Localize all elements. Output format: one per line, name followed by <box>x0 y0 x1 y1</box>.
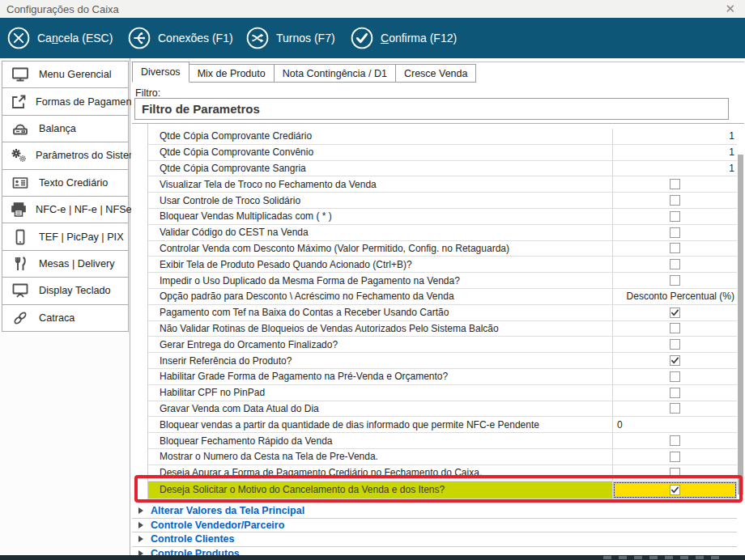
checkbox-unchecked[interactable] <box>670 339 680 350</box>
checkbox-unchecked[interactable] <box>670 275 680 286</box>
toolbar-button-cancela[interactable]: Cancela (ESC) <box>6 18 113 58</box>
parameter-row[interactable]: Deseja Apurar a Forma de Pagamento Credi… <box>148 465 737 482</box>
parameter-row[interactable]: Não Validar Rotinas de Bloqueios de Vend… <box>148 321 737 337</box>
parameter-row[interactable]: Gravar Venda com Data Atual do Dia <box>148 401 737 418</box>
parameter-label: Qtde Cópia Comprovante Convênio <box>148 145 613 160</box>
checkbox-unchecked[interactable] <box>670 468 680 478</box>
tab-nota-conting-ncia-d1[interactable]: Nota Contingência / D1 <box>274 64 396 83</box>
parameter-row[interactable]: Validar Código do CEST na Venda <box>148 225 737 241</box>
parameter-row[interactable]: Exibir Tela de Produto Pesado Quando Aci… <box>148 257 737 273</box>
parameter-value-cell[interactable]: 0 <box>613 417 737 432</box>
parameter-row[interactable]: Mostrar o Numero da Cesta na Tela de Pre… <box>148 449 737 465</box>
parameter-row[interactable]: Visualizar Tela de Troco no Fechamento d… <box>148 176 737 193</box>
parameter-value-cell <box>613 273 737 288</box>
group-row-alterar-valores-da-tela-principal[interactable]: Alterar Valores da Tela Principal <box>132 504 737 519</box>
parameter-value-cell[interactable]: Desconto Percentual (%) <box>613 289 737 304</box>
parameter-row[interactable]: Bloquear Fechamento Rápido da Venda <box>148 433 737 449</box>
checkbox-checked[interactable] <box>670 485 680 495</box>
group-row-controle-clientes[interactable]: Controle Clientes <box>132 532 737 547</box>
parameter-row[interactable]: Qtde Cópia Comprovante Crediário1 <box>148 129 737 145</box>
tab-cresce-venda[interactable]: Cresce Venda <box>395 64 477 83</box>
checkbox-unchecked[interactable] <box>670 388 680 398</box>
parameter-value-cell <box>613 241 737 257</box>
parameter-row[interactable]: Bloquear vendas a partir da quantidade d… <box>148 417 737 433</box>
group-row-controle-vendedor-parceiro[interactable]: Controle Vendedor/Parceiro <box>132 519 737 533</box>
link-icon <box>8 308 32 329</box>
parameter-row[interactable]: Bloquear Vendas Multiplicadas com ( * ) <box>148 209 737 225</box>
parameter-row[interactable]: Opção padrão para Desconto \ Acréscimo n… <box>148 289 737 305</box>
toolbar-button-label: Conexões (F1) <box>158 32 233 45</box>
checkbox-checked[interactable] <box>670 308 680 318</box>
parameters-grid: Qtde Cópia Comprovante Crediário1Qtde Có… <box>132 123 744 555</box>
sidebar-item-texto-credi-rio[interactable]: Texto Crediário <box>2 169 129 197</box>
expander-arrow-icon <box>138 536 143 542</box>
parameter-value-cell[interactable]: 1 <box>613 161 737 176</box>
checkbox-unchecked[interactable] <box>670 452 680 462</box>
checkbox-unchecked[interactable] <box>670 179 680 189</box>
checkbox-unchecked[interactable] <box>670 227 680 238</box>
tab-mix-de-produto[interactable]: Mix de Produto <box>189 64 275 83</box>
checkbox-unchecked[interactable] <box>670 195 680 206</box>
confirm-icon <box>350 26 374 50</box>
parameter-row[interactable]: Pagamento com Tef na Baixa do Contas a R… <box>148 305 737 321</box>
sidebar-item-label: Formas de Pagamento <box>36 96 140 108</box>
parameter-label: Opção padrão para Desconto \ Acréscimo n… <box>148 289 613 304</box>
parameter-row[interactable]: Habilitar CPF no PinPad <box>148 385 737 401</box>
parameter-row[interactable]: Habilitar Grade Forma de Pagamento na Pr… <box>148 369 737 385</box>
close-icon[interactable]: ✕ <box>725 2 735 16</box>
parameter-value-cell <box>613 482 737 498</box>
scrollbar-thumb[interactable] <box>738 155 743 494</box>
sidebar-item-catraca[interactable]: Catraca <box>2 304 129 332</box>
sidebar-item-mesas-delivery[interactable]: Mesas | Delivery <box>2 250 129 278</box>
toolbar-button-conexões[interactable]: Conexões (F1) <box>127 18 233 58</box>
sidebar-item-label: TEF | PicPay | PIX <box>39 231 124 243</box>
filter-input[interactable]: Filtro de Parametros <box>134 98 729 120</box>
parameter-value-cell[interactable]: 1 <box>613 145 737 160</box>
checkbox-unchecked[interactable] <box>670 259 680 269</box>
parameter-value: 1 <box>729 130 734 142</box>
toolbar-button-turnos[interactable]: Turnos (F7) <box>245 18 335 58</box>
tab-diversos[interactable]: Diversos <box>132 62 189 83</box>
parameter-label: Bloquear Fechamento Rápido da Venda <box>148 433 613 448</box>
parameter-row-highlighted[interactable]: Deseja Solicitar o Motivo do Cancelament… <box>148 482 737 499</box>
gears-icon <box>8 145 29 166</box>
parameter-value-cell <box>613 225 737 240</box>
parameter-row[interactable]: Usar Controle de Troco Solidário <box>148 193 737 209</box>
phone-icon <box>8 227 32 248</box>
display-icon <box>8 280 32 301</box>
sidebar-item-nfc-e-nf-e-nfse[interactable]: NFC-e | NF-e | NFSe <box>2 196 129 223</box>
checkbox-unchecked[interactable] <box>670 371 680 382</box>
parameter-value: Desconto Percentual (%) <box>627 291 734 302</box>
checkbox-unchecked[interactable] <box>670 211 680 222</box>
parameter-row[interactable]: Qtde Cópia Comprovante Convênio1 <box>148 145 737 161</box>
sidebar-item-menu-gerencial[interactable]: Menu Gerencial <box>2 61 129 88</box>
checkbox-unchecked[interactable] <box>670 323 680 333</box>
sidebar-item-tef-picpay-pix[interactable]: TEF | PicPay | PIX <box>2 223 129 250</box>
parameter-label: Validar Código do CEST na Venda <box>148 225 613 240</box>
parameter-row[interactable]: Qtde Cópia Comprovante Sangria1 <box>148 161 737 177</box>
vertical-scrollbar[interactable] <box>737 124 744 555</box>
sidebar-item-par-metros-do-sistema[interactable]: Parâmetros do Sistema <box>2 142 129 169</box>
sidebar-item-formas-de-pagamento[interactable]: Formas de Pagamento <box>2 87 129 115</box>
parameter-label: Impedir o Uso Duplicado da Mesma Forma d… <box>148 273 613 288</box>
group-row-controle-produtos[interactable]: Controle Produtos <box>132 547 737 555</box>
parameter-row[interactable]: Controlar Venda com Desconto Máximo (Val… <box>148 241 737 257</box>
parameter-label: Mostrar o Numero da Cesta na Tela de Pre… <box>148 449 613 465</box>
checkbox-unchecked[interactable] <box>670 435 680 446</box>
parameter-label: Habilitar CPF no PinPad <box>148 385 613 401</box>
parameter-value-cell[interactable]: 1 <box>613 129 737 144</box>
parameter-row[interactable]: Gerar Entrega do Orcamento Finalizado? <box>148 337 737 353</box>
parameter-row[interactable]: Impedir o Uso Duplicado da Mesma Forma d… <box>148 273 737 289</box>
checkbox-checked[interactable] <box>670 355 680 366</box>
sidebar-item-balan-a[interactable]: Balança <box>2 115 129 142</box>
grid-groups: Alterar Valores da Tela PrincipalControl… <box>132 504 737 555</box>
parameter-value-cell <box>613 305 737 320</box>
sidebar-item-display-teclado[interactable]: Display Teclado <box>2 277 129 304</box>
parameter-row[interactable]: Inserir Referência do Produto? <box>148 353 737 369</box>
toolbar-button-confirma[interactable]: Confirma (F12) <box>350 18 457 58</box>
parameter-label: Qtde Cópia Comprovante Crediário <box>148 129 613 144</box>
parameter-label: Gerar Entrega do Orcamento Finalizado? <box>148 337 613 352</box>
bottom-strip-dashes <box>603 556 725 559</box>
checkbox-unchecked[interactable] <box>670 243 680 253</box>
checkbox-unchecked[interactable] <box>670 403 680 414</box>
